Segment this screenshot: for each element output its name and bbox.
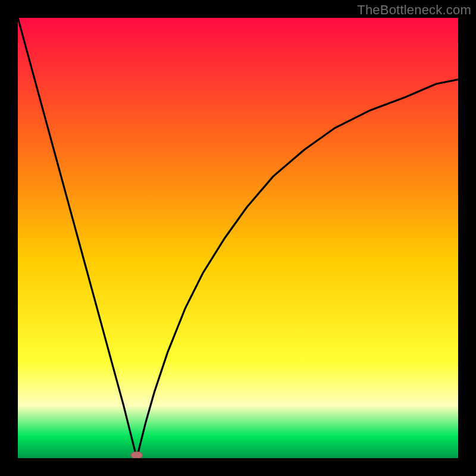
minimum-marker (131, 452, 143, 458)
plot-area (18, 18, 458, 458)
gradient-background (18, 18, 458, 458)
chart-frame: TheBottleneck.com (0, 0, 476, 476)
chart-svg (18, 18, 458, 458)
watermark-text: TheBottleneck.com (357, 2, 471, 18)
